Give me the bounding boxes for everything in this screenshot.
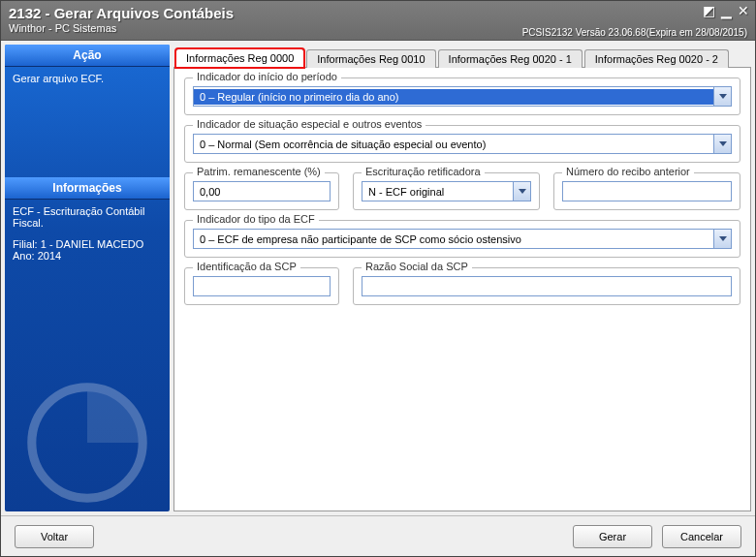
group-escrituracao-retificadora: Escrituração retificadora N - ECF origin… xyxy=(353,172,540,210)
group-situacao-especial: Indicador de situação especial e outros … xyxy=(184,125,740,163)
legend-indicador-inicio: Indicador do início do período xyxy=(193,71,341,82)
footer-bar: Voltar Gerar Cancelar xyxy=(1,515,755,556)
legend-razao-scp: Razão Social da SCP xyxy=(362,261,472,272)
chevron-down-icon[interactable] xyxy=(713,87,731,106)
group-numero-recibo-anterior: Número do recibo anterior xyxy=(553,172,740,210)
combo-indicador-inicio-value: 0 – Regular (início no primeiro dia do a… xyxy=(194,89,713,105)
legend-recibo-anterior: Número do recibo anterior xyxy=(562,166,694,177)
chevron-down-icon[interactable] xyxy=(513,182,530,201)
main-panel: Informações Reg 0000 Informações Reg 001… xyxy=(173,45,751,511)
legend-retificadora: Escrituração retificadora xyxy=(362,166,485,177)
window-title: 2132 - Gerar Arquivos Contábeis xyxy=(9,5,747,21)
input-identificacao-scp[interactable] xyxy=(193,276,331,296)
sidebar-info-line1: ECF - Escrituração Contábil Fiscal. xyxy=(13,205,162,229)
legend-situacao-especial: Indicador de situação especial e outros … xyxy=(193,118,425,130)
restore-icon[interactable]: ◩ xyxy=(703,4,715,17)
legend-ident-scp: Identificação da SCP xyxy=(193,261,300,272)
close-icon[interactable]: ✕ xyxy=(738,4,749,17)
group-identificacao-scp: Identificação da SCP xyxy=(184,267,339,305)
combo-retificadora[interactable]: N - ECF original xyxy=(362,181,531,201)
titlebar: 2132 - Gerar Arquivos Contábeis Winthor … xyxy=(1,1,755,40)
legend-tipo-ecf: Indicador do tipo da ECF xyxy=(193,213,319,225)
back-button[interactable]: Voltar xyxy=(15,525,94,548)
cancel-button[interactable]: Cancelar xyxy=(662,525,741,548)
sidebar-action-item[interactable]: Gerar arquivo ECF. xyxy=(13,73,162,84)
legend-patrim: Patrim. remanescente (%) xyxy=(193,166,325,177)
input-razao-social-scp[interactable] xyxy=(362,276,732,296)
app-window: 2132 - Gerar Arquivos Contábeis Winthor … xyxy=(0,0,756,557)
chevron-down-icon[interactable] xyxy=(713,135,731,153)
combo-situacao-especial[interactable]: 0 – Normal (Sem ocorrência de situação e… xyxy=(193,134,732,154)
version-info: PCSIS2132 Versão 23.06.68(Expira em 28/0… xyxy=(522,27,747,38)
sidebar: Ação Gerar arquivo ECF. Informações ECF … xyxy=(5,45,170,511)
group-razao-social-scp: Razão Social da SCP xyxy=(353,267,740,305)
minimize-icon[interactable]: ▁ xyxy=(721,4,732,17)
combo-retificadora-value: N - ECF original xyxy=(362,184,513,200)
tab-reg-0020-1[interactable]: Informações Reg 0020 - 1 xyxy=(438,49,583,68)
combo-situacao-especial-value: 0 – Normal (Sem ocorrência de situação e… xyxy=(194,137,713,152)
client-area: Ação Gerar arquivo ECF. Informações ECF … xyxy=(1,40,755,556)
tab-reg-0000[interactable]: Informações Reg 0000 xyxy=(175,48,304,68)
group-patrim-remanescente: Patrim. remanescente (%) xyxy=(184,172,339,210)
sidebar-header-action: Ação xyxy=(5,45,170,67)
tab-reg-0010[interactable]: Informações Reg 0010 xyxy=(306,49,435,68)
generate-button[interactable]: Gerar xyxy=(573,525,652,548)
input-patrim-remanescente[interactable] xyxy=(193,181,331,201)
tab-page-reg-0000: Indicador do início do período 0 – Regul… xyxy=(173,68,751,511)
group-indicador-inicio: Indicador do início do período 0 – Regul… xyxy=(184,77,740,115)
brand-logo xyxy=(5,380,170,506)
combo-tipo-ecf[interactable]: 0 – ECF de empresa não participante de S… xyxy=(193,229,732,249)
group-tipo-ecf: Indicador do tipo da ECF 0 – ECF de empr… xyxy=(184,220,740,258)
tab-reg-0020-2[interactable]: Informações Reg 0020 - 2 xyxy=(584,49,729,68)
chevron-down-icon[interactable] xyxy=(713,230,731,248)
sidebar-header-info: Informações xyxy=(5,177,170,200)
sidebar-info-line2: Filial: 1 - DANIEL MACEDO xyxy=(13,238,162,250)
tabstrip: Informações Reg 0000 Informações Reg 001… xyxy=(173,45,751,68)
combo-tipo-ecf-value: 0 – ECF de empresa não participante de S… xyxy=(194,232,713,247)
combo-indicador-inicio[interactable]: 0 – Regular (início no primeiro dia do a… xyxy=(193,86,732,107)
sidebar-info-line3: Ano: 2014 xyxy=(13,250,162,262)
input-numero-recibo-anterior[interactable] xyxy=(562,181,732,201)
